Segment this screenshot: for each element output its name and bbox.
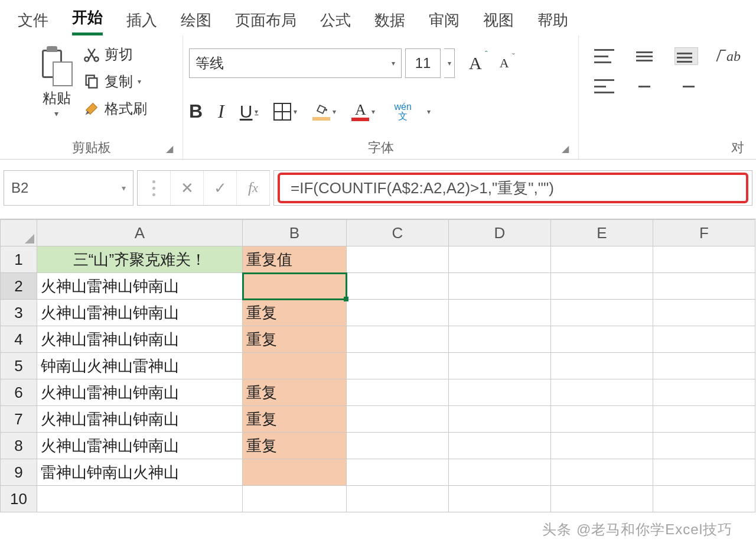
bold-button[interactable]: B	[189, 100, 203, 122]
col-header-C[interactable]: C	[347, 220, 449, 246]
formula-enter-button[interactable]: ✓	[204, 171, 237, 205]
cell-B1[interactable]: 重复值	[243, 246, 347, 273]
phonetic-dropdown[interactable]: ▾	[427, 108, 431, 116]
fill-color-button[interactable]: ▾	[312, 103, 336, 121]
cell[interactable]	[653, 273, 755, 300]
tab-view[interactable]: 视图	[483, 10, 514, 35]
font-size-input[interactable]: 11	[405, 48, 441, 78]
cell[interactable]	[243, 459, 347, 486]
row-header[interactable]: 2	[1, 273, 37, 300]
cell[interactable]	[653, 246, 755, 273]
cell[interactable]	[449, 433, 551, 459]
cell[interactable]	[347, 300, 449, 326]
font-dialog-launcher[interactable]: ◢	[562, 143, 569, 154]
row-header[interactable]: 1	[1, 246, 37, 273]
row-header[interactable]: 9	[1, 459, 37, 486]
font-size-dropdown[interactable]: ▾	[444, 48, 455, 78]
tab-data[interactable]: 数据	[374, 10, 405, 35]
tab-home[interactable]: 开始	[72, 7, 103, 35]
cell[interactable]	[551, 379, 653, 406]
font-color-button[interactable]: A ▾	[351, 102, 375, 121]
tab-layout[interactable]: 页面布局	[235, 10, 296, 35]
tab-insert[interactable]: 插入	[126, 10, 157, 35]
format-painter-button[interactable]: 格式刷	[83, 99, 147, 118]
align-center-button[interactable]	[634, 79, 654, 93]
cell[interactable]: 重复	[243, 300, 347, 326]
cell[interactable]	[653, 433, 755, 459]
col-header-F[interactable]: F	[653, 220, 755, 246]
cell[interactable]	[551, 406, 653, 433]
cell[interactable]	[347, 486, 449, 512]
cell[interactable]: 火神山雷神山钟南山	[37, 379, 243, 406]
cell[interactable]	[347, 433, 449, 459]
cell[interactable]: 雷神山钟南山火神山	[37, 459, 243, 486]
tab-draw[interactable]: 绘图	[181, 10, 211, 35]
paste-dropdown[interactable]: ▾	[54, 109, 58, 118]
underline-dropdown[interactable]: ▾	[255, 108, 258, 116]
increase-font-button[interactable]: Aˆ	[465, 51, 485, 76]
cell-A2[interactable]: 火神山雷神山钟南山	[37, 273, 243, 300]
underline-button[interactable]: U ▾	[240, 102, 259, 122]
cell[interactable]: 火神山雷神山钟南山	[37, 406, 243, 433]
borders-dropdown[interactable]: ▾	[294, 108, 297, 116]
spreadsheet-grid[interactable]: A B C D E F 1 三“山”齐聚克难关！ 重复值 2 火神山雷神山钟南山…	[0, 219, 756, 552]
tab-file[interactable]: 文件	[18, 10, 48, 35]
copy-dropdown[interactable]: ▾	[138, 77, 141, 86]
cell[interactable]	[347, 353, 449, 379]
align-top-button[interactable]	[594, 49, 614, 63]
cell[interactable]	[653, 326, 755, 353]
cell[interactable]	[551, 273, 653, 300]
cell[interactable]: 重复	[243, 406, 347, 433]
cell[interactable]	[653, 486, 755, 512]
cell[interactable]	[551, 459, 653, 486]
cell-A1[interactable]: 三“山”齐聚克难关！	[37, 246, 243, 273]
cell[interactable]	[449, 379, 551, 406]
cell[interactable]	[551, 326, 653, 353]
cell[interactable]	[449, 273, 551, 300]
col-header-D[interactable]: D	[449, 220, 551, 246]
tab-review[interactable]: 审阅	[429, 10, 460, 35]
col-header-A[interactable]: A	[37, 220, 243, 246]
select-all-corner[interactable]	[1, 220, 37, 246]
decrease-font-button[interactable]: Aˇ	[496, 53, 513, 73]
row-header[interactable]: 5	[1, 353, 37, 379]
cell[interactable]	[551, 246, 653, 273]
insert-function-button[interactable]: fx	[237, 171, 270, 205]
cell[interactable]	[551, 433, 653, 459]
row-header[interactable]: 10	[1, 486, 37, 512]
cell[interactable]	[653, 406, 755, 433]
row-header[interactable]: 6	[1, 379, 37, 406]
cell[interactable]	[347, 326, 449, 353]
row-header[interactable]: 8	[1, 433, 37, 459]
formula-more-button[interactable]	[138, 171, 171, 205]
formula-cancel-button[interactable]: ✕	[171, 171, 204, 205]
name-box[interactable]: B2 ▾	[4, 170, 133, 206]
cell[interactable]	[449, 406, 551, 433]
cell[interactable]	[449, 300, 551, 326]
cut-button[interactable]: 剪切	[83, 45, 147, 64]
phonetic-guide-button[interactable]: wén 文	[394, 102, 411, 121]
col-header-E[interactable]: E	[551, 220, 653, 246]
cell[interactable]	[243, 353, 347, 379]
cell[interactable]	[653, 353, 755, 379]
cell[interactable]: 钟南山火神山雷神山	[37, 353, 243, 379]
cell[interactable]	[347, 459, 449, 486]
paste-button[interactable]: 粘贴 ▾	[36, 40, 77, 123]
cell[interactable]	[551, 486, 653, 512]
cell[interactable]	[551, 300, 653, 326]
cell[interactable]: 火神山雷神山钟南山	[37, 300, 243, 326]
cell[interactable]: 火神山雷神山钟南山	[37, 433, 243, 459]
cell[interactable]	[449, 486, 551, 512]
align-middle-button[interactable]	[634, 49, 654, 63]
italic-button[interactable]: I	[218, 100, 224, 122]
cell[interactable]: 重复	[243, 433, 347, 459]
borders-button[interactable]: ▾	[273, 103, 297, 121]
formula-input[interactable]: =IF(COUNTIF(A$2:A2,A2)>1,"重复","")	[273, 170, 752, 206]
cell[interactable]	[653, 459, 755, 486]
copy-button[interactable]: 复制 ▾	[83, 72, 147, 91]
align-right-button[interactable]	[674, 79, 695, 93]
tab-help[interactable]: 帮助	[537, 10, 568, 35]
row-header[interactable]: 4	[1, 326, 37, 353]
cell[interactable]: 火神山雷神山钟南山	[37, 326, 243, 353]
align-left-button[interactable]	[594, 79, 614, 93]
